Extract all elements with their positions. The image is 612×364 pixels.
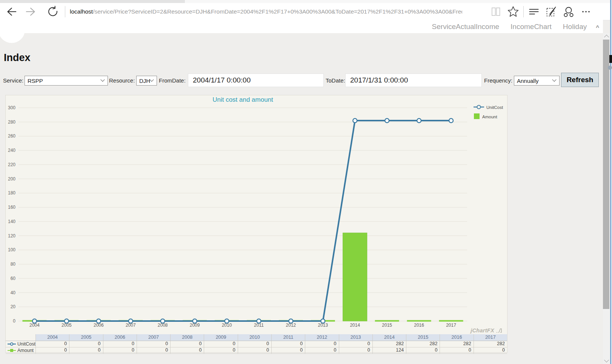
browser-window: localhost/service/Price?ServiceID=2&Reso… <box>0 0 612 364</box>
site-nav: ServiceActualIncome IncomeChart Holiday … <box>0 20 603 33</box>
svg-text:0: 0 <box>13 318 15 324</box>
table-value-cell: 0 <box>35 347 69 353</box>
svg-text:140: 140 <box>8 219 15 224</box>
svg-text:240: 240 <box>8 148 15 153</box>
table-year-header: 2006 <box>103 334 137 341</box>
frequency-select-value: Annually <box>517 78 539 84</box>
reading-list-icon[interactable] <box>487 4 504 20</box>
svg-text:300: 300 <box>8 105 15 110</box>
chevron-down-icon <box>100 78 105 82</box>
table-value-cell: 0 <box>170 341 204 347</box>
chevron-down-icon <box>552 78 556 82</box>
resource-select[interactable]: DJH <box>136 76 157 86</box>
table-year-header: 2007 <box>137 334 170 341</box>
resource-label: Resource: <box>109 77 135 84</box>
vertical-scrollbar[interactable] <box>603 33 610 364</box>
share-icon[interactable] <box>560 4 577 20</box>
web-note-pen-icon[interactable] <box>543 4 560 20</box>
page-title: Index <box>4 52 31 64</box>
refresh-icon[interactable] <box>42 4 63 20</box>
svg-text:100: 100 <box>8 247 15 252</box>
url-host: localhost <box>70 8 93 15</box>
table-value-cell: 0 <box>339 341 372 347</box>
table-row-unitcost: UnitCost0000000000282282282282 <box>6 341 507 347</box>
table-year-header: 2013 <box>339 334 372 341</box>
svg-text:2015: 2015 <box>382 323 392 328</box>
toolbar-divider <box>65 6 65 17</box>
chevron-down-icon <box>150 78 154 82</box>
frequency-label: Frequency: <box>484 77 512 84</box>
toolbar-divider <box>523 6 524 17</box>
table-value-cell: 0 <box>271 347 305 353</box>
svg-text:260: 260 <box>8 133 15 139</box>
table-value-cell: 0 <box>305 341 338 347</box>
svg-text:2014: 2014 <box>350 323 360 328</box>
refresh-button[interactable]: Refresh <box>561 73 599 87</box>
table-value-cell: 0 <box>305 347 338 353</box>
table-row-label: UnitCost <box>6 341 35 347</box>
table-value-cell: 0 <box>137 347 170 353</box>
svg-text:160: 160 <box>8 205 15 210</box>
table-value-cell: 124 <box>372 347 406 353</box>
svg-text:2016: 2016 <box>414 323 424 328</box>
table-year-header: 2005 <box>69 334 103 341</box>
chart-panel: Unit cost and amount UnitCost Amount 020… <box>5 95 507 353</box>
svg-text:2017: 2017 <box>446 323 456 328</box>
table-value-cell: 0 <box>271 341 305 347</box>
decorative-circle <box>0 17 25 43</box>
scroll-down-arrow-icon[interactable] <box>604 358 609 362</box>
window-edge-artifact <box>608 66 612 70</box>
scrollbar-thumb[interactable] <box>603 40 609 309</box>
table-value-cell: 0 <box>204 347 237 353</box>
table-corner-cell <box>6 334 35 341</box>
table-value-cell: 282 <box>474 341 507 347</box>
nav-collapse-caret[interactable]: ^ <box>596 24 599 31</box>
service-select-value: RSPP <box>28 78 43 84</box>
svg-text:280: 280 <box>8 119 15 125</box>
nav-link-incomechart[interactable]: IncomeChart <box>511 23 552 31</box>
svg-text:180: 180 <box>8 190 15 196</box>
table-value-cell: 0 <box>204 341 237 347</box>
table-value-cell: 0 <box>238 347 271 353</box>
svg-text:20: 20 <box>11 304 16 309</box>
watermark-text: jChartFX <box>471 327 494 333</box>
service-select[interactable]: RSPP <box>25 76 108 86</box>
table-value-cell: 0 <box>103 341 137 347</box>
toolbar-icons <box>487 4 595 20</box>
service-label: Service: <box>3 77 23 84</box>
table-year-header: 2015 <box>406 334 440 341</box>
filter-bar: Service: RSPP Resource: DJH FromDate: To… <box>0 73 612 89</box>
svg-text:60: 60 <box>11 276 16 281</box>
favorites-star-icon[interactable] <box>504 4 522 20</box>
address-bar[interactable]: localhost/service/Price?ServiceID=2&Reso… <box>67 4 462 20</box>
svg-text:220: 220 <box>8 162 15 167</box>
fromdate-label: FromDate: <box>159 77 186 84</box>
browser-toolbar: localhost/service/Price?ServiceID=2&Reso… <box>0 3 612 20</box>
table-year-header: 2016 <box>440 334 473 341</box>
todate-input[interactable] <box>345 73 482 87</box>
svg-text:200: 200 <box>8 176 15 182</box>
table-value-cell: 0 <box>474 347 507 353</box>
table-value-cell: 0 <box>440 347 473 353</box>
resource-select-value: DJH <box>139 78 150 84</box>
hub-icon[interactable] <box>525 4 543 20</box>
chart-table: 2004200520062007200820092010201120122013… <box>6 334 507 354</box>
forward-icon[interactable] <box>21 4 42 20</box>
table-value-cell: 0 <box>137 341 170 347</box>
nav-link-holiday[interactable]: Holiday <box>563 23 587 31</box>
table-year-header: 2010 <box>238 334 271 341</box>
more-options-icon[interactable] <box>577 4 595 20</box>
jchartfx-watermark: jChartFX <box>471 327 502 333</box>
frequency-select[interactable]: Annually <box>514 76 560 86</box>
table-value-cell: 0 <box>339 347 372 353</box>
table-year-header: 2008 <box>170 334 204 341</box>
chart-title: Unit cost and amount <box>18 96 467 104</box>
window-edge-artifact <box>609 55 612 63</box>
chart-svg[interactable]: 0204060801001201401601802002202402602803… <box>6 103 507 334</box>
table-value-cell: 0 <box>35 341 69 347</box>
nav-link-serviceactualincome[interactable]: ServiceActualIncome <box>432 23 499 31</box>
fromdate-input[interactable] <box>188 73 324 87</box>
table-row-label: Amount <box>6 347 35 353</box>
scroll-up-arrow-icon[interactable] <box>604 35 609 40</box>
todate-label: ToDate: <box>326 77 345 84</box>
